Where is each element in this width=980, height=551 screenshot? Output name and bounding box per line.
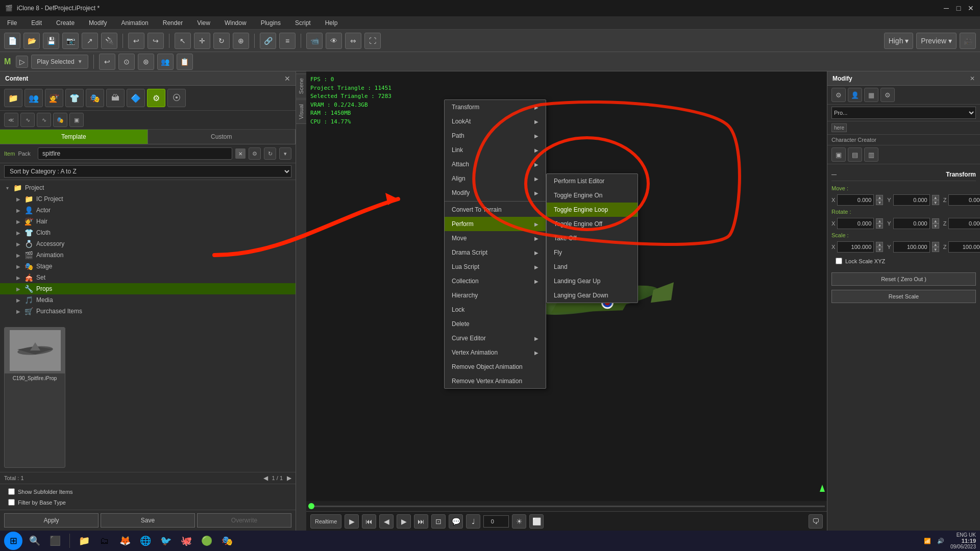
here-label[interactable]: here <box>831 123 847 132</box>
context-attach[interactable]: Attach ▶ <box>445 157 546 171</box>
camera2-btn[interactable]: ⬜ <box>529 514 544 529</box>
modify-panel-close[interactable]: ✕ <box>970 75 975 82</box>
move-y-down[interactable]: ▼ <box>932 200 939 205</box>
rotate-x-down[interactable]: ▼ <box>876 223 883 229</box>
frame-input[interactable] <box>483 515 509 528</box>
camera-btn[interactable]: 📹 <box>306 33 323 49</box>
modify-icon2[interactable]: ▤ <box>848 147 862 162</box>
icon2-btn5[interactable]: ▣ <box>69 113 84 127</box>
scale-x-up[interactable]: ▲ <box>876 242 883 247</box>
context-remove-object-anim[interactable]: Remove Object Animation <box>445 360 546 374</box>
browser-btn[interactable]: 🌐 <box>137 533 154 549</box>
extra-app-btn[interactable]: 🎭 <box>219 533 235 549</box>
show-subfolder-label[interactable]: Show Subfolder Items <box>18 489 73 495</box>
tree-item-actor[interactable]: ▶ 👤 Actor <box>0 205 296 216</box>
rotate-z-input[interactable] <box>948 218 980 229</box>
collapse-btn[interactable]: ▾ <box>279 147 291 160</box>
tree-item-cloth[interactable]: ▶ 👕 Cloth <box>0 227 296 238</box>
stage-icon-btn[interactable]: 🎭 <box>86 89 104 107</box>
modify-icon3[interactable]: ▥ <box>864 147 878 162</box>
app-icon-btn[interactable]: 🟢 <box>199 533 215 549</box>
item-tab-label[interactable]: Item <box>4 151 15 157</box>
menu-edit[interactable]: Edit <box>28 18 45 28</box>
save-file-btn[interactable]: 💾 <box>43 33 59 49</box>
tree-item-set[interactable]: ▶ 🎪 Set <box>0 272 296 283</box>
tree-item-animation[interactable]: ▶ 🎬 Animation <box>0 249 296 261</box>
context-remove-vertex-anim[interactable]: Remove Vertex Animation <box>445 374 546 388</box>
transform-collapse[interactable]: ─ <box>831 170 837 179</box>
firefox-btn[interactable]: 🦊 <box>117 533 133 549</box>
flip-btn[interactable]: ⇔ <box>345 33 361 49</box>
particle-icon-btn[interactable]: 🔷 <box>127 89 145 107</box>
icon2-btn4[interactable]: 🎭 <box>53 113 67 127</box>
close-button[interactable]: ✕ <box>967 4 975 12</box>
sub-fly[interactable]: Fly <box>547 245 638 260</box>
anim-btn2[interactable]: ⊙ <box>118 54 135 70</box>
rotate-y-down[interactable]: ▼ <box>932 223 939 229</box>
scale-x-input[interactable] <box>837 241 874 253</box>
sub-toggle-engine-off[interactable]: Toggle Engine Off <box>547 217 638 231</box>
props-icon-btn[interactable]: ⚙ <box>147 89 165 107</box>
realtime-btn[interactable]: Realtime <box>310 514 341 529</box>
play-selected-button[interactable]: Play Selected ▼ <box>31 55 88 69</box>
context-delete[interactable]: Delete <box>445 317 546 331</box>
chat-btn[interactable]: 💬 <box>449 514 463 529</box>
undo-btn[interactable]: ↩ <box>128 33 144 49</box>
marker-btn[interactable]: ♩ <box>466 514 480 529</box>
template-tab[interactable]: Template <box>0 130 148 144</box>
tree-item-accessory[interactable]: ▶ 💍 Accessory <box>0 238 296 249</box>
scale-y-up[interactable]: ▲ <box>932 242 939 247</box>
custom-tab[interactable]: Custom <box>148 130 296 144</box>
anim-btn4[interactable]: 👥 <box>157 54 174 70</box>
sort-select[interactable]: Sort by Category : A to Z <box>4 165 291 178</box>
sub-landing-gear-down[interactable]: Langing Gear Down <box>547 288 638 303</box>
lock-scale-checkbox[interactable] <box>836 258 842 264</box>
search-input[interactable] <box>38 147 232 160</box>
tree-item-media[interactable]: ▶ 🎵 Media <box>0 294 296 306</box>
move-x-down[interactable]: ▼ <box>876 200 883 205</box>
anim-btn3[interactable]: ⊛ <box>138 54 154 70</box>
sub-perform-list-editor[interactable]: Perform List Editor <box>547 174 638 188</box>
open-file-btn[interactable]: 📂 <box>23 33 40 49</box>
modify-person-btn[interactable]: 👤 <box>848 88 862 102</box>
move-z-input[interactable] <box>948 194 980 206</box>
sub-land[interactable]: Land <box>547 260 638 274</box>
scale-y-down[interactable]: ▼ <box>932 247 939 252</box>
link-btn[interactable]: 🔗 <box>260 33 276 49</box>
start-button[interactable]: ⊞ <box>4 532 22 550</box>
file-explorer-btn[interactable]: 📁 <box>76 533 92 549</box>
store-btn[interactable]: 🗂 <box>96 533 113 549</box>
context-lock[interactable]: Lock <box>445 303 546 317</box>
sub-toggle-engine-on[interactable]: Toggle Engine On <box>547 188 638 203</box>
move-x-up[interactable]: ▲ <box>876 195 883 200</box>
reset-zero-button[interactable]: Reset ( Zero Out ) <box>831 272 976 286</box>
context-modify[interactable]: Modify ▶ <box>445 186 546 200</box>
quality-dropdown[interactable]: High ▾ <box>884 33 914 49</box>
tree-item-purchased[interactable]: ▶ 🛒 Purchased Items <box>0 306 296 317</box>
move-btn[interactable]: ✛ <box>194 33 210 49</box>
context-lua-script[interactable]: Lua Script ▶ <box>445 260 546 274</box>
content-panel-close[interactable]: ✕ <box>284 74 290 83</box>
context-collection[interactable]: Collection ▶ <box>445 274 546 288</box>
eye-btn[interactable]: 👁 <box>326 33 342 49</box>
next-frame-btn[interactable]: ⏭ <box>414 514 428 529</box>
anim-btn1[interactable]: ↩ <box>99 54 115 70</box>
context-link[interactable]: Link ▶ <box>445 143 546 157</box>
context-convert-terrain[interactable]: Convert To Terrain <box>445 203 546 217</box>
sun-btn[interactable]: ☀ <box>512 514 526 529</box>
pack-tab-label[interactable]: Pack <box>18 151 30 157</box>
move-y-up[interactable]: ▲ <box>932 195 939 200</box>
filter-base-type-checkbox[interactable] <box>8 499 15 506</box>
modify-icon1[interactable]: ▣ <box>831 147 846 162</box>
menu-animation[interactable]: Animation <box>118 18 151 28</box>
actor-icon-btn[interactable]: 👥 <box>24 89 43 107</box>
new-file-btn[interactable]: 📄 <box>4 33 20 49</box>
context-path[interactable]: Path ▶ <box>445 129 546 143</box>
timeline-playhead[interactable] <box>308 503 314 509</box>
folder-icon-btn[interactable]: 📁 <box>4 89 22 107</box>
menu-modify[interactable]: Modify <box>86 18 110 28</box>
scene-tab[interactable]: Scene <box>296 73 307 98</box>
modify-extra-btn[interactable]: ⚙ <box>880 88 895 102</box>
context-vertex-animation[interactable]: Vertex Animation ▶ <box>445 345 546 360</box>
icon2-btn3[interactable]: ∿ <box>37 113 51 127</box>
